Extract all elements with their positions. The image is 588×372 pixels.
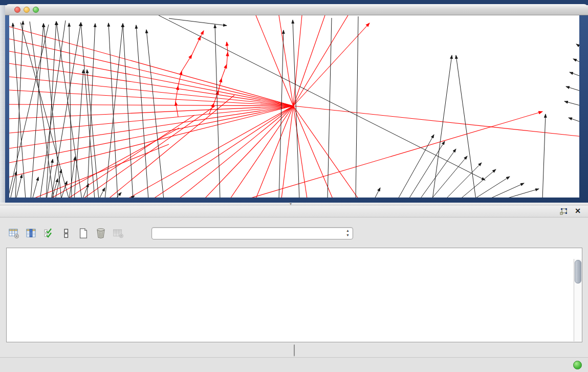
network-edge[interactable] [460, 169, 496, 198]
network-edge[interactable] [488, 183, 524, 198]
select-rows-icon[interactable] [40, 226, 57, 241]
network-edge[interactable] [123, 24, 133, 198]
minimize-window-button[interactable] [24, 7, 30, 13]
zoom-window-button[interactable] [33, 7, 39, 13]
memory-status-indicator [573, 361, 582, 369]
network-edge[interactable] [456, 55, 476, 198]
network-edge[interactable] [32, 177, 38, 198]
network-edge[interactable] [542, 114, 546, 198]
close-panel-icon[interactable]: ✕ [575, 207, 581, 215]
network-edge[interactable] [13, 23, 26, 198]
table-settings-icon[interactable] [5, 226, 23, 241]
network-edge[interactable] [182, 55, 192, 71]
function-builder-icon[interactable] [127, 226, 144, 241]
cytoscape-app: ▾ ✕ [0, 0, 588, 372]
network-edge[interactable] [564, 101, 579, 107]
network-edge[interactable] [69, 157, 75, 198]
network-edge[interactable] [9, 106, 293, 133]
scrollbar-thumb[interactable] [575, 260, 581, 283]
network-edge[interactable] [293, 15, 325, 106]
network-edge[interactable] [227, 52, 228, 64]
network-edge[interactable] [99, 188, 105, 198]
network-edge[interactable] [293, 106, 579, 137]
node-table [6, 248, 582, 342]
vertical-scrollbar[interactable] [574, 259, 582, 341]
network-edge[interactable] [445, 163, 482, 198]
table-header-row [7, 248, 582, 259]
network-canvas[interactable] [9, 15, 579, 198]
network-edge[interactable] [159, 15, 485, 180]
table-toolbar: ▲▼ [5, 224, 583, 243]
network-edge[interactable] [293, 15, 348, 106]
table-tabs [294, 344, 295, 356]
row-height-icon[interactable] [57, 226, 75, 241]
network-edge[interactable] [431, 156, 467, 198]
delete-column-icon[interactable] [110, 226, 127, 241]
network-edge[interactable] [293, 106, 307, 198]
network-edge[interactable] [146, 30, 164, 198]
network-edge[interactable] [16, 174, 22, 198]
network-edge[interactable] [178, 71, 182, 86]
network-frame [5, 15, 588, 203]
network-edge[interactable] [9, 27, 293, 106]
select-columns-icon[interactable] [23, 226, 40, 241]
network-edge[interactable] [569, 118, 579, 124]
network-edge[interactable] [432, 55, 452, 198]
network-edge[interactable] [201, 31, 204, 36]
network-edge[interactable] [356, 16, 358, 198]
network-edge[interactable] [279, 15, 293, 106]
citation-network-graph[interactable] [9, 15, 579, 198]
network-edge[interactable] [576, 44, 579, 51]
network-window-titlebar[interactable] [5, 4, 588, 15]
float-panel-icon[interactable] [560, 208, 568, 215]
network-edge[interactable] [179, 106, 293, 198]
network-edge[interactable] [570, 72, 579, 79]
network-edge[interactable] [31, 144, 169, 198]
new-table-icon[interactable] [75, 226, 92, 241]
status-bar [0, 357, 588, 372]
network-edge[interactable] [105, 24, 123, 198]
network-edge[interactable] [293, 15, 302, 106]
desktop-edge [0, 5, 5, 203]
network-edge[interactable] [136, 25, 148, 198]
network-edge[interactable] [115, 192, 121, 198]
network-edge[interactable] [473, 177, 510, 198]
network-edge[interactable] [20, 23, 69, 198]
network-edge[interactable] [215, 25, 220, 198]
delete-table-icon[interactable] [92, 226, 110, 241]
network-edge[interactable] [256, 15, 293, 106]
network-edge[interactable] [169, 18, 227, 26]
close-window-button[interactable] [14, 7, 20, 13]
network-edge[interactable] [281, 106, 293, 198]
network-edge[interactable] [293, 106, 358, 198]
network-edge[interactable] [328, 18, 332, 198]
table-panel-header: ✕ [0, 206, 588, 217]
network-edge[interactable] [566, 86, 579, 93]
network-edge[interactable] [176, 102, 178, 117]
dropdown-arrows-icon: ▲▼ [346, 228, 350, 237]
network-edge[interactable] [56, 21, 82, 198]
network-edge[interactable] [222, 64, 227, 78]
network-edge[interactable] [573, 59, 579, 65]
table-chooser-dropdown[interactable]: ▲▼ [151, 227, 353, 239]
network-edge[interactable] [192, 36, 201, 55]
network-edge[interactable] [69, 23, 72, 198]
network-edge[interactable] [227, 42, 228, 52]
network-edge[interactable] [128, 106, 293, 198]
network-window [5, 4, 588, 203]
table-panel: ▾ ✕ [0, 203, 588, 372]
network-edge[interactable] [503, 189, 539, 198]
network-edge[interactable] [52, 179, 58, 198]
network-edge[interactable] [9, 25, 49, 198]
network-edge[interactable] [374, 188, 380, 198]
network-edge[interactable] [108, 23, 118, 198]
network-edge[interactable] [246, 112, 542, 198]
network-edge[interactable] [107, 95, 234, 198]
